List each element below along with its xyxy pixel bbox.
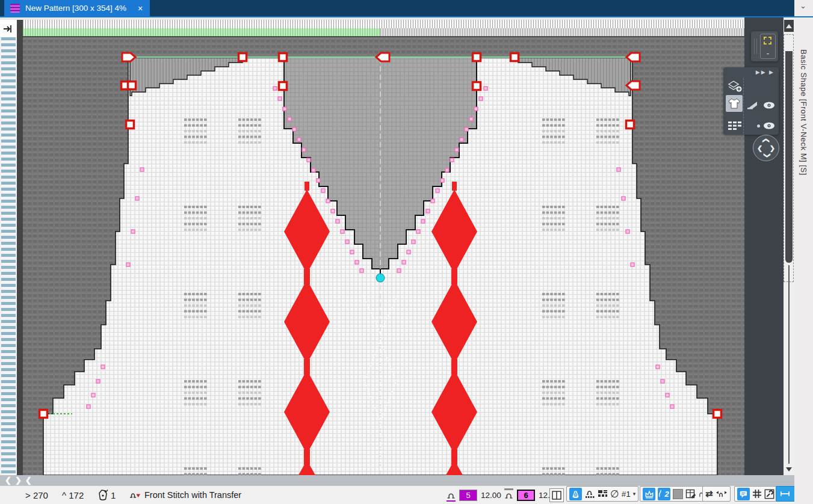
back-yarn-value[interactable]: 6 [517,490,535,501]
shape-handle[interactable] [473,82,481,90]
scroll-left-icon[interactable]: ❮ [5,476,11,484]
horizontal-scrollbar[interactable]: ❮ ❯ ❮ [0,475,796,485]
texture-motif [196,310,199,313]
ruler-top[interactable] [23,20,744,28]
panel-collapse-icon[interactable]: ⌄ [800,1,806,10]
paint-bucket-icon[interactable] [96,489,110,501]
texture-motif [558,316,561,318]
nav-up-icon[interactable]: ❮ [763,138,770,143]
texture-motif [608,118,611,121]
color-swatch[interactable] [673,489,683,499]
texture-motif [562,299,565,301]
drag-grip-icon[interactable] [754,38,759,54]
texture-motif [608,392,611,394]
scroll-down-button[interactable] [785,465,793,473]
measure-width-icon[interactable] [780,490,790,497]
expand-all-icon[interactable]: ▶▶ [756,69,767,75]
nav-down-icon[interactable]: ❮ [763,153,770,158]
loop-length-icon[interactable] [584,488,595,499]
shape-handle[interactable] [511,54,519,61]
shape-handle[interactable] [126,121,134,129]
vertical-scrollbar[interactable] [784,17,794,485]
texture-motif [204,206,207,208]
texture-motif [192,223,195,226]
scroll-home-icon[interactable]: ❮ [25,476,32,484]
decrease-marker [87,405,90,408]
edit-table-icon[interactable] [685,488,696,499]
texture-motif [546,316,549,318]
scroll-up-button[interactable] [784,20,794,32]
decrease-marker [126,263,130,266]
side-panel-title[interactable]: Basic Shape [Front V-Neck M] [S] [799,49,808,176]
pattern-canvas[interactable] [23,37,744,475]
needle-dropdown-icon[interactable]: ▾ [633,491,636,497]
texture-motif [250,403,253,405]
neck-point-marker[interactable] [376,274,385,282]
shape-handle[interactable] [128,82,136,90]
texture-motif [601,206,604,208]
tab-new-pattern[interactable]: New Pattern [300 x 354] 4% × [4,0,150,16]
shape-layer-button[interactable] [726,95,743,112]
nav-right-icon[interactable]: ❯ [770,145,775,152]
texture-motif [542,299,545,301]
layer-visibility-eye-icon[interactable] [763,102,775,109]
tab-close-icon[interactable]: × [138,4,143,13]
comment-bubble-button[interactable] [737,488,750,500]
stitch-tool-icon[interactable] [129,491,141,499]
swap-direction-icon[interactable]: ⇄ [705,488,713,499]
shape-fill-mode-icon[interactable] [746,100,758,110]
scroll-right-icon[interactable]: ❯ [15,476,22,484]
marquee-tool-button[interactable]: - [760,34,776,59]
texture-motif [550,229,553,231]
collapse-tool-label[interactable]: - [761,49,775,58]
texture-motif [558,398,561,400]
shape-handle[interactable] [239,54,247,61]
grid-visibility-eye-icon[interactable] [763,122,775,129]
layout-blocks-icon[interactable] [598,489,608,499]
canvas-nav-pad[interactable]: ❮ ❮ ❮ ❯ [753,135,779,161]
shape-handle[interactable] [279,82,287,90]
settings-wrench-icon[interactable] [764,489,774,499]
texture-motif [196,136,199,138]
texture-motif [200,206,203,208]
texture-motif [542,223,545,226]
texture-motif [542,310,545,313]
texture-motif [196,398,199,400]
no-simulation-icon[interactable]: ∅ [610,488,619,500]
grid-layer-icon[interactable] [728,121,742,131]
texture-motif [254,380,257,383]
ruler-left[interactable] [0,37,17,475]
texture-motif [554,467,557,470]
ruler-top-selection-green[interactable] [23,28,380,37]
expand-icon[interactable]: ▶ [769,69,774,75]
texture-motif [184,299,187,301]
shape-handle[interactable] [473,54,481,61]
texture-motif [238,392,241,394]
texture-motif [196,217,199,220]
texture-motif [254,310,257,313]
texture-motif [254,212,257,214]
nav-left-icon[interactable]: ❮ [757,145,762,152]
loop-transfer-icon[interactable] [716,490,728,498]
texture-motif [612,229,615,231]
shape-handle[interactable] [626,121,634,129]
loop-view-button[interactable]: 2 [658,488,670,500]
texture-motif [200,293,203,295]
crown-view-button[interactable] [643,488,655,500]
vertical-scroll-thumb[interactable] [785,51,793,263]
needle-grid-icon[interactable] [752,489,762,499]
needle-bed-selector[interactable]: #1 [622,490,631,499]
split-view-button[interactable] [549,488,564,502]
add-layer-icon[interactable] [727,79,743,93]
texture-motif [554,206,557,208]
texture-motif [192,212,195,214]
front-yarn-value[interactable]: 5 [459,490,477,501]
shape-handle[interactable] [40,410,48,418]
texture-motif [238,136,241,138]
shape-handle[interactable] [714,410,722,418]
yarn-weight-button[interactable] [569,488,582,500]
ruler-top-right[interactable] [380,28,744,37]
ruler-corner[interactable] [0,20,17,37]
texture-motif [604,130,607,132]
shape-handle[interactable] [279,54,287,61]
